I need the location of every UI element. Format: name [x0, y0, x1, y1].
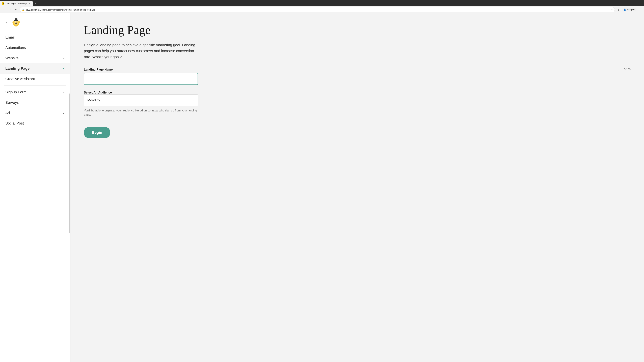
main-content: Landing Page Design a landing page to ac… — [70, 13, 644, 362]
form-label-row: Landing Page Name 0/100 — [84, 68, 630, 71]
text-cursor — [87, 77, 87, 81]
scrollbar-thumb — [69, 93, 70, 233]
svg-point-6 — [16, 22, 16, 23]
browser-chrome: M Campaigns | Mailchimp ✕ + ← → ↻ 🔒 us21… — [0, 0, 644, 13]
active-tab[interactable]: M Campaigns | Mailchimp ✕ — [0, 1, 33, 6]
tab-favicon: M — [2, 2, 4, 5]
audience-group: Select An Audience Moodjoy ⌄ You'll be a… — [84, 91, 630, 117]
sidebar-item-website-label: Website — [5, 56, 18, 60]
audience-help-text: You'll be able to organize your audience… — [84, 108, 198, 117]
sidebar-item-automations-label: Automations — [5, 45, 26, 50]
svg-rect-10 — [15, 18, 18, 20]
mailchimp-logo — [11, 17, 21, 27]
sidebar-item-ad[interactable]: Ad ⌄ — [0, 108, 70, 118]
forward-nav-button[interactable]: → — [8, 7, 12, 12]
address-bar[interactable]: 🔒 us21.admin.mailchimp.com/campaigns/#/c… — [20, 7, 615, 12]
browser-toolbar: ← → ↻ 🔒 us21.admin.mailchimp.com/campaig… — [0, 6, 644, 13]
sidebar-item-social-post-label: Social Post — [5, 121, 24, 125]
incognito-badge[interactable]: 👤 Incognito — [622, 8, 636, 11]
sidebar-item-surveys[interactable]: Surveys — [0, 97, 70, 108]
menu-button[interactable]: ⋮ — [638, 7, 642, 12]
bookmark-star-icon[interactable]: ☆ — [610, 8, 613, 11]
select-audience-label: Select An Audience — [84, 91, 112, 94]
tab-title: Campaigns | Mailchimp — [6, 2, 27, 5]
sidebar: ‹ — [0, 13, 70, 362]
lock-icon: 🔒 — [22, 9, 24, 11]
sidebar-item-creative-assistant-label: Creative Assistant — [5, 77, 35, 81]
chevron-down-icon: ⌄ — [63, 36, 65, 39]
landing-page-name-input[interactable] — [84, 73, 198, 85]
audience-select-container: Moodjoy ⌄ — [84, 94, 198, 106]
sidebar-item-signup-form-label: Signup Form — [5, 90, 26, 94]
chevron-down-icon: ⌄ — [63, 91, 65, 94]
back-nav-button[interactable]: ← — [2, 7, 6, 12]
toolbar-actions: ⊞ 👤 Incognito ⋮ — [616, 7, 642, 12]
sidebar-nav: Email ⌄ Automations Website ⌄ Landing Pa… — [0, 31, 70, 362]
sidebar-item-social-post[interactable]: Social Post — [0, 118, 70, 129]
sidebar-item-signup-form[interactable]: Signup Form ⌄ — [0, 87, 70, 97]
nav-divider — [4, 85, 66, 86]
landing-page-name-label: Landing Page Name — [84, 68, 113, 71]
audience-select[interactable]: Moodjoy — [84, 94, 198, 106]
new-tab-button[interactable]: + — [33, 1, 38, 6]
landing-page-name-group: Landing Page Name 0/100 — [84, 68, 630, 85]
svg-point-8 — [18, 21, 20, 23]
extensions-button[interactable]: ⊞ — [616, 7, 621, 12]
sidebar-scrollbar[interactable] — [69, 13, 70, 362]
svg-point-5 — [17, 22, 17, 22]
sidebar-item-automations[interactable]: Automations — [0, 42, 70, 53]
sidebar-item-ad-label: Ad — [5, 111, 10, 115]
chevron-down-icon: ⌄ — [63, 57, 65, 60]
chevron-down-icon: ⌄ — [63, 111, 65, 115]
incognito-icon: 👤 — [624, 8, 626, 11]
url-text: us21.admin.mailchimp.com/campaigns/#/cre… — [26, 8, 609, 11]
sidebar-item-landing-page[interactable]: Landing Page ✓ — [0, 63, 70, 74]
svg-point-7 — [12, 21, 14, 23]
incognito-label: Incognito — [627, 8, 635, 11]
sidebar-header: ‹ — [0, 13, 70, 31]
app-container: ‹ — [0, 13, 644, 362]
svg-point-4 — [15, 22, 16, 22]
sidebar-item-website[interactable]: Website ⌄ — [0, 53, 70, 63]
sidebar-item-landing-page-label: Landing Page — [5, 66, 30, 71]
check-icon: ✓ — [62, 66, 65, 70]
sidebar-item-creative-assistant[interactable]: Creative Assistant — [0, 74, 70, 84]
browser-tabs: M Campaigns | Mailchimp ✕ + — [0, 0, 644, 6]
logo-container — [11, 17, 22, 27]
tab-close-button[interactable]: ✕ — [28, 2, 31, 5]
char-count: 0/100 — [624, 68, 630, 71]
sidebar-item-surveys-label: Surveys — [5, 100, 18, 105]
refresh-nav-button[interactable]: ↻ — [14, 7, 18, 12]
page-description: Design a landing page to achieve a speci… — [84, 42, 198, 60]
sidebar-back-button[interactable]: ‹ — [4, 20, 9, 24]
begin-button[interactable]: Begin — [84, 127, 110, 138]
sidebar-item-email-label: Email — [5, 35, 14, 39]
sidebar-item-email[interactable]: Email ⌄ — [0, 32, 70, 42]
page-title: Landing Page — [84, 23, 630, 37]
